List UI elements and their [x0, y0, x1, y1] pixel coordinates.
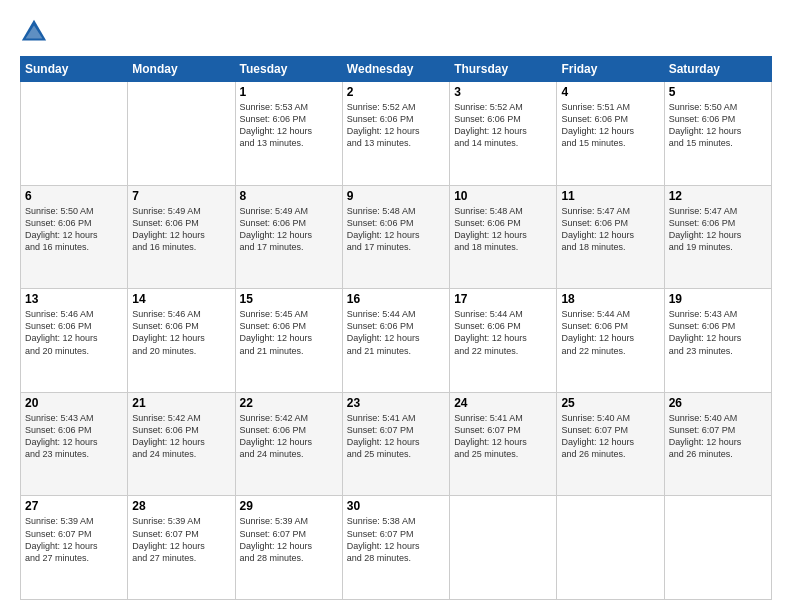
day-number: 1 — [240, 85, 338, 99]
day-number: 30 — [347, 499, 445, 513]
day-number: 19 — [669, 292, 767, 306]
day-header-friday: Friday — [557, 57, 664, 82]
day-info: Sunrise: 5:52 AM Sunset: 6:06 PM Dayligh… — [347, 101, 445, 150]
day-number: 5 — [669, 85, 767, 99]
day-cell: 27Sunrise: 5:39 AM Sunset: 6:07 PM Dayli… — [21, 496, 128, 600]
day-header-saturday: Saturday — [664, 57, 771, 82]
day-cell: 19Sunrise: 5:43 AM Sunset: 6:06 PM Dayli… — [664, 289, 771, 393]
day-cell: 23Sunrise: 5:41 AM Sunset: 6:07 PM Dayli… — [342, 392, 449, 496]
day-info: Sunrise: 5:38 AM Sunset: 6:07 PM Dayligh… — [347, 515, 445, 564]
day-cell: 15Sunrise: 5:45 AM Sunset: 6:06 PM Dayli… — [235, 289, 342, 393]
day-info: Sunrise: 5:39 AM Sunset: 6:07 PM Dayligh… — [25, 515, 123, 564]
week-row-4: 27Sunrise: 5:39 AM Sunset: 6:07 PM Dayli… — [21, 496, 772, 600]
day-info: Sunrise: 5:53 AM Sunset: 6:06 PM Dayligh… — [240, 101, 338, 150]
day-info: Sunrise: 5:51 AM Sunset: 6:06 PM Dayligh… — [561, 101, 659, 150]
day-info: Sunrise: 5:50 AM Sunset: 6:06 PM Dayligh… — [25, 205, 123, 254]
day-cell: 20Sunrise: 5:43 AM Sunset: 6:06 PM Dayli… — [21, 392, 128, 496]
day-number: 29 — [240, 499, 338, 513]
day-cell: 3Sunrise: 5:52 AM Sunset: 6:06 PM Daylig… — [450, 82, 557, 186]
day-header-wednesday: Wednesday — [342, 57, 449, 82]
day-info: Sunrise: 5:40 AM Sunset: 6:07 PM Dayligh… — [561, 412, 659, 461]
day-cell: 6Sunrise: 5:50 AM Sunset: 6:06 PM Daylig… — [21, 185, 128, 289]
day-info: Sunrise: 5:46 AM Sunset: 6:06 PM Dayligh… — [25, 308, 123, 357]
day-number: 20 — [25, 396, 123, 410]
day-cell: 25Sunrise: 5:40 AM Sunset: 6:07 PM Dayli… — [557, 392, 664, 496]
day-number: 4 — [561, 85, 659, 99]
calendar-header-row: SundayMondayTuesdayWednesdayThursdayFrid… — [21, 57, 772, 82]
day-cell — [557, 496, 664, 600]
day-cell: 22Sunrise: 5:42 AM Sunset: 6:06 PM Dayli… — [235, 392, 342, 496]
day-cell: 12Sunrise: 5:47 AM Sunset: 6:06 PM Dayli… — [664, 185, 771, 289]
day-number: 22 — [240, 396, 338, 410]
day-cell: 11Sunrise: 5:47 AM Sunset: 6:06 PM Dayli… — [557, 185, 664, 289]
week-row-1: 6Sunrise: 5:50 AM Sunset: 6:06 PM Daylig… — [21, 185, 772, 289]
day-number: 15 — [240, 292, 338, 306]
header — [20, 18, 772, 46]
week-row-0: 1Sunrise: 5:53 AM Sunset: 6:06 PM Daylig… — [21, 82, 772, 186]
day-cell: 26Sunrise: 5:40 AM Sunset: 6:07 PM Dayli… — [664, 392, 771, 496]
week-row-3: 20Sunrise: 5:43 AM Sunset: 6:06 PM Dayli… — [21, 392, 772, 496]
day-number: 12 — [669, 189, 767, 203]
day-info: Sunrise: 5:50 AM Sunset: 6:06 PM Dayligh… — [669, 101, 767, 150]
day-cell — [450, 496, 557, 600]
logo-icon — [20, 18, 48, 46]
day-info: Sunrise: 5:42 AM Sunset: 6:06 PM Dayligh… — [132, 412, 230, 461]
day-cell: 9Sunrise: 5:48 AM Sunset: 6:06 PM Daylig… — [342, 185, 449, 289]
day-number: 21 — [132, 396, 230, 410]
day-number: 3 — [454, 85, 552, 99]
day-number: 8 — [240, 189, 338, 203]
day-info: Sunrise: 5:43 AM Sunset: 6:06 PM Dayligh… — [669, 308, 767, 357]
day-cell: 16Sunrise: 5:44 AM Sunset: 6:06 PM Dayli… — [342, 289, 449, 393]
day-cell: 13Sunrise: 5:46 AM Sunset: 6:06 PM Dayli… — [21, 289, 128, 393]
day-info: Sunrise: 5:52 AM Sunset: 6:06 PM Dayligh… — [454, 101, 552, 150]
day-cell: 17Sunrise: 5:44 AM Sunset: 6:06 PM Dayli… — [450, 289, 557, 393]
day-info: Sunrise: 5:44 AM Sunset: 6:06 PM Dayligh… — [454, 308, 552, 357]
day-info: Sunrise: 5:44 AM Sunset: 6:06 PM Dayligh… — [347, 308, 445, 357]
day-header-thursday: Thursday — [450, 57, 557, 82]
day-number: 14 — [132, 292, 230, 306]
day-number: 24 — [454, 396, 552, 410]
day-cell — [664, 496, 771, 600]
day-cell: 14Sunrise: 5:46 AM Sunset: 6:06 PM Dayli… — [128, 289, 235, 393]
day-info: Sunrise: 5:39 AM Sunset: 6:07 PM Dayligh… — [132, 515, 230, 564]
logo — [20, 18, 52, 46]
day-info: Sunrise: 5:49 AM Sunset: 6:06 PM Dayligh… — [132, 205, 230, 254]
day-cell: 2Sunrise: 5:52 AM Sunset: 6:06 PM Daylig… — [342, 82, 449, 186]
day-info: Sunrise: 5:47 AM Sunset: 6:06 PM Dayligh… — [561, 205, 659, 254]
day-info: Sunrise: 5:43 AM Sunset: 6:06 PM Dayligh… — [25, 412, 123, 461]
day-cell: 4Sunrise: 5:51 AM Sunset: 6:06 PM Daylig… — [557, 82, 664, 186]
day-number: 16 — [347, 292, 445, 306]
day-number: 7 — [132, 189, 230, 203]
day-info: Sunrise: 5:46 AM Sunset: 6:06 PM Dayligh… — [132, 308, 230, 357]
day-number: 26 — [669, 396, 767, 410]
day-header-sunday: Sunday — [21, 57, 128, 82]
day-cell: 5Sunrise: 5:50 AM Sunset: 6:06 PM Daylig… — [664, 82, 771, 186]
day-info: Sunrise: 5:47 AM Sunset: 6:06 PM Dayligh… — [669, 205, 767, 254]
day-cell: 30Sunrise: 5:38 AM Sunset: 6:07 PM Dayli… — [342, 496, 449, 600]
day-info: Sunrise: 5:48 AM Sunset: 6:06 PM Dayligh… — [347, 205, 445, 254]
day-header-monday: Monday — [128, 57, 235, 82]
day-info: Sunrise: 5:39 AM Sunset: 6:07 PM Dayligh… — [240, 515, 338, 564]
day-info: Sunrise: 5:42 AM Sunset: 6:06 PM Dayligh… — [240, 412, 338, 461]
day-cell: 28Sunrise: 5:39 AM Sunset: 6:07 PM Dayli… — [128, 496, 235, 600]
day-cell: 10Sunrise: 5:48 AM Sunset: 6:06 PM Dayli… — [450, 185, 557, 289]
day-cell: 29Sunrise: 5:39 AM Sunset: 6:07 PM Dayli… — [235, 496, 342, 600]
day-number: 17 — [454, 292, 552, 306]
day-cell: 8Sunrise: 5:49 AM Sunset: 6:06 PM Daylig… — [235, 185, 342, 289]
week-row-2: 13Sunrise: 5:46 AM Sunset: 6:06 PM Dayli… — [21, 289, 772, 393]
day-cell: 1Sunrise: 5:53 AM Sunset: 6:06 PM Daylig… — [235, 82, 342, 186]
day-number: 2 — [347, 85, 445, 99]
day-info: Sunrise: 5:41 AM Sunset: 6:07 PM Dayligh… — [347, 412, 445, 461]
day-header-tuesday: Tuesday — [235, 57, 342, 82]
page: SundayMondayTuesdayWednesdayThursdayFrid… — [0, 0, 792, 612]
day-number: 13 — [25, 292, 123, 306]
day-cell: 21Sunrise: 5:42 AM Sunset: 6:06 PM Dayli… — [128, 392, 235, 496]
day-info: Sunrise: 5:49 AM Sunset: 6:06 PM Dayligh… — [240, 205, 338, 254]
day-number: 9 — [347, 189, 445, 203]
day-number: 23 — [347, 396, 445, 410]
day-info: Sunrise: 5:45 AM Sunset: 6:06 PM Dayligh… — [240, 308, 338, 357]
day-cell: 7Sunrise: 5:49 AM Sunset: 6:06 PM Daylig… — [128, 185, 235, 289]
day-number: 27 — [25, 499, 123, 513]
day-cell: 24Sunrise: 5:41 AM Sunset: 6:07 PM Dayli… — [450, 392, 557, 496]
day-number: 6 — [25, 189, 123, 203]
